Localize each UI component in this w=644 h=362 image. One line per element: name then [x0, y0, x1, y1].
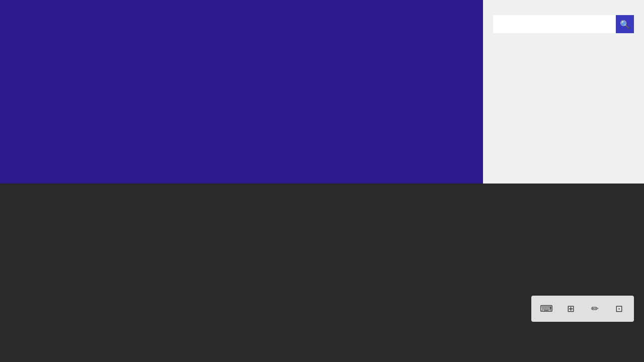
kb-mode-options[interactable]: ⊡	[608, 300, 630, 318]
apps-grid	[15, 20, 468, 171]
search-input[interactable]	[493, 15, 616, 33]
search-panel: 🔍	[483, 0, 644, 184]
kb-mode-handwriting[interactable]: ✏	[584, 300, 606, 318]
search-button[interactable]: 🔍	[616, 15, 634, 33]
apps-area	[0, 0, 483, 184]
keyboard-bottom-row	[0, 191, 644, 194]
search-input-container: 🔍	[493, 15, 634, 33]
keyboard-mode-switcher: ⌨ ⊞ ✏ ⊡	[531, 296, 634, 322]
keyboard-area	[0, 184, 644, 362]
kb-mode-full[interactable]: ⌨	[535, 300, 557, 318]
kb-mode-split[interactable]: ⊞	[559, 300, 582, 318]
